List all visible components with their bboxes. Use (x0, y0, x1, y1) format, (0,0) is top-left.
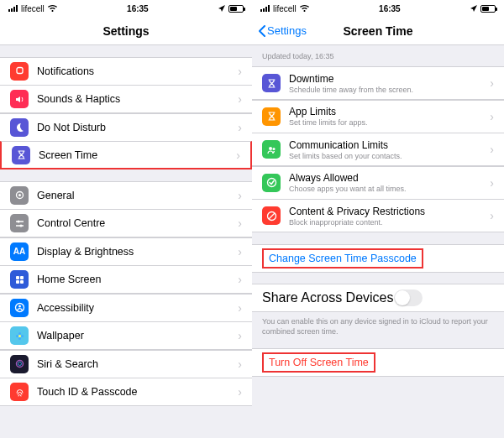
settings-row-screentime[interactable]: Screen Time› (0, 141, 252, 169)
status-time: 16:35 (379, 4, 401, 13)
chevron-right-icon: › (236, 149, 240, 162)
svg-rect-5 (16, 276, 19, 279)
chevron-right-icon: › (238, 357, 242, 371)
share-across-row[interactable]: Share Across Devices (252, 284, 504, 312)
share-across-label: Share Across Devices (262, 290, 394, 305)
row-label: Accessibility (37, 302, 234, 314)
carrier-label: lifecell (21, 4, 45, 13)
row-label: Downtime (289, 73, 486, 85)
svg-point-19 (272, 148, 275, 150)
nav-bar: Settings Screen Time (252, 17, 504, 45)
location-icon (218, 5, 225, 12)
svg-point-15 (21, 335, 24, 337)
turn-off-link[interactable]: Turn Off Screen Time (262, 352, 375, 373)
chevron-right-icon: › (238, 245, 242, 258)
siri-icon (10, 355, 29, 373)
row-label: General (37, 190, 234, 201)
chevron-right-icon: › (238, 301, 242, 315)
allowed-icon (262, 174, 281, 192)
row-label: Control Centre (37, 217, 234, 229)
change-passcode-link[interactable]: Change Screen Time Passcode (262, 248, 423, 269)
left-screen: lifecell 16:35 Settings Notifications›So… (0, 0, 252, 438)
screentime-row-allowed[interactable]: Always AllowedChoose apps you want at al… (252, 166, 504, 200)
share-across-footer: You can enable this on any device signed… (252, 312, 504, 342)
content-icon (262, 206, 281, 225)
screentime-row-commlimits[interactable]: Communication LimitsSet limits based on … (252, 133, 504, 166)
svg-point-12 (18, 332, 21, 335)
row-label: Communication Limits (289, 139, 486, 151)
page-title: Settings (102, 24, 149, 38)
chevron-right-icon: › (238, 189, 242, 202)
chevron-right-icon: › (490, 110, 494, 123)
touchid-icon (10, 383, 29, 401)
notifications-icon (10, 62, 29, 81)
row-label: Wallpaper (37, 330, 234, 342)
back-button[interactable]: Settings (259, 24, 307, 37)
row-label: Touch ID & Passcode (37, 386, 234, 398)
home-icon (10, 270, 29, 289)
row-sublabel: Set time limits for apps. (289, 118, 486, 127)
signal-icon (260, 5, 270, 12)
screentime-row-applimits[interactable]: App LimitsSet time limits for apps.› (252, 100, 504, 133)
chevron-right-icon: › (490, 143, 494, 156)
downtime-icon (262, 74, 281, 92)
chevron-right-icon: › (238, 92, 242, 106)
location-icon (470, 5, 477, 12)
row-label: Do Not Disturb (37, 122, 234, 133)
settings-row-display[interactable]: AADisplay & Brightness› (0, 237, 252, 266)
commlimits-icon (262, 140, 281, 159)
settings-row-notifications[interactable]: Notifications› (0, 57, 252, 86)
settings-row-touchid[interactable]: Touch ID & Passcode› (0, 378, 252, 406)
general-icon (10, 186, 29, 205)
svg-point-14 (16, 335, 18, 337)
settings-row-siri[interactable]: Siri & Search› (0, 350, 252, 378)
svg-rect-8 (20, 280, 24, 284)
back-label: Settings (267, 24, 307, 37)
row-label: Notifications (37, 65, 234, 77)
row-label: Always Allowed (289, 172, 486, 184)
settings-row-home[interactable]: Home Screen› (0, 265, 252, 294)
signal-icon (8, 5, 18, 12)
row-label: Home Screen (37, 274, 234, 285)
svg-point-18 (269, 147, 272, 150)
dnd-icon (10, 118, 29, 137)
page-title: Screen Time (343, 24, 412, 38)
right-screen: lifecell 16:35 Settings Screen Time Upda… (252, 0, 504, 438)
screentime-row-content[interactable]: Content & Privacy RestrictionsBlock inap… (252, 199, 504, 232)
status-bar: lifecell 16:35 (252, 0, 504, 17)
change-passcode-row[interactable]: Change Screen Time Passcode (252, 244, 504, 273)
turn-off-row[interactable]: Turn Off Screen Time (252, 348, 504, 377)
svg-point-2 (18, 194, 21, 196)
svg-point-11 (18, 335, 21, 337)
row-label: Siri & Search (37, 358, 234, 370)
row-label: App Limits (289, 106, 486, 117)
chevron-right-icon: › (490, 176, 494, 190)
settings-row-accessibility[interactable]: Accessibility› (0, 294, 252, 322)
chevron-right-icon: › (238, 121, 242, 134)
settings-row-control[interactable]: Control Centre› (0, 209, 252, 237)
row-sublabel: Block inappropriate content. (289, 218, 486, 227)
screentime-icon (12, 146, 30, 164)
row-sublabel: Schedule time away from the screen. (289, 86, 486, 94)
carrier-label: lifecell (273, 4, 297, 13)
chevron-left-icon (259, 25, 265, 37)
share-across-toggle[interactable] (394, 289, 423, 306)
chevron-right-icon: › (490, 76, 494, 90)
screentime-row-downtime[interactable]: DowntimeSchedule time away from the scre… (252, 66, 504, 100)
chevron-right-icon: › (490, 209, 494, 222)
settings-row-wallpaper[interactable]: Wallpaper› (0, 321, 252, 350)
control-icon (10, 214, 29, 232)
svg-rect-6 (20, 276, 24, 279)
settings-row-sounds[interactable]: Sounds & Haptics› (0, 85, 252, 113)
row-sublabel: Choose apps you want at all times. (289, 185, 486, 193)
accessibility-icon (10, 299, 29, 317)
status-bar: lifecell 16:35 (0, 0, 252, 17)
settings-row-dnd[interactable]: Do Not Disturb› (0, 113, 252, 142)
battery-icon (228, 5, 244, 13)
svg-point-16 (16, 361, 23, 368)
nav-bar: Settings (0, 17, 252, 45)
battery-icon (480, 5, 496, 13)
display-icon: AA (10, 242, 29, 261)
row-label: Display & Brightness (37, 246, 234, 258)
settings-row-general[interactable]: General› (0, 181, 252, 210)
